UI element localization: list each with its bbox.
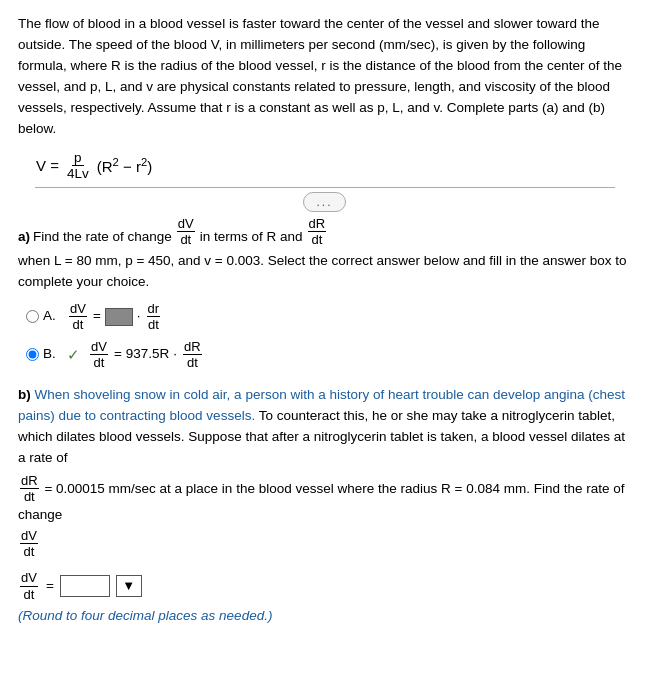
- option-b-dr-frac: dR dt: [183, 339, 202, 371]
- dv-denominator: dt: [179, 232, 192, 248]
- expand-button[interactable]: ...: [303, 192, 345, 212]
- dv-dt-label-frac: dV dt: [20, 528, 38, 560]
- dv-dt-label-line: dV dt: [18, 528, 631, 560]
- option-b-content: dV dt = 937.5R · dR dt: [88, 339, 204, 371]
- check-icon: ✓: [67, 343, 80, 366]
- dr-dt-rate-line: dR dt = 0.00015 mm/sec at a place in the…: [18, 473, 631, 526]
- separator: [18, 187, 631, 188]
- option-b-equals: =: [114, 344, 122, 365]
- formula-fraction: p 4Lv: [65, 150, 91, 181]
- answer-dv-frac: dV dt: [20, 570, 38, 602]
- part-a-text2: in terms of R and: [200, 227, 303, 248]
- intro-paragraph: The flow of blood in a blood vessel is f…: [18, 14, 631, 140]
- option-a-equals: =: [93, 306, 101, 327]
- option-b-dv-frac: dV dt: [90, 339, 108, 371]
- formula-denominator: 4Lv: [65, 166, 91, 181]
- formula-expression: (R2 − r2): [97, 156, 152, 175]
- round-note: (Round to four decimal places as needed.…: [18, 606, 631, 627]
- option-b-radio[interactable]: [26, 348, 39, 361]
- option-a-dv-frac: dV dt: [69, 301, 87, 333]
- option-b-row: B. ✓ dV dt = 937.5R · dR dt: [26, 339, 631, 371]
- part-b: b) When shoveling snow in cold air, a pe…: [18, 385, 631, 627]
- option-a-letter: A.: [43, 306, 61, 327]
- dropdown-arrow: ▼: [122, 576, 135, 596]
- option-b-radio-area[interactable]: B.: [26, 344, 61, 365]
- dr-dt-fraction: dR dt: [308, 216, 327, 248]
- option-b-letter: B.: [43, 344, 61, 365]
- formula-block: V = p 4Lv (R2 − r2): [36, 150, 631, 181]
- option-a-content: dV dt = · dr dt: [67, 301, 162, 333]
- part-a-label: a): [18, 227, 30, 248]
- option-a-row: A. dV dt = · dr dt: [26, 301, 631, 333]
- part-a-instruction: a) Find the rate of change dV dt in term…: [18, 216, 631, 293]
- formula-numerator: p: [72, 150, 84, 166]
- option-a-radio-area[interactable]: A.: [26, 306, 61, 327]
- dv-dt-fraction: dV dt: [177, 216, 195, 248]
- answer-options: A. dV dt = · dr dt B. ✓: [26, 301, 631, 371]
- option-a-dot: ·: [137, 306, 141, 327]
- option-a-fill-box[interactable]: [105, 308, 133, 326]
- part-b-label: b): [18, 387, 31, 402]
- part-a-text3: when L = 80 mm, p = 450, and v = 0.003. …: [18, 251, 631, 293]
- dv-dt-input[interactable]: [60, 575, 110, 597]
- unit-dropdown[interactable]: ▼: [116, 575, 142, 597]
- option-b-value: 937.5R: [126, 344, 170, 365]
- part-b-text-block: b) When shoveling snow in cold air, a pe…: [18, 385, 631, 469]
- option-b-dot: ·: [173, 344, 177, 365]
- part-a: a) Find the rate of change dV dt in term…: [18, 216, 631, 371]
- dv-numerator: dV: [177, 216, 195, 233]
- part-a-text1: Find the rate of change: [33, 227, 172, 248]
- dots-button-container[interactable]: ...: [18, 192, 631, 212]
- dr-dt-rate-value: = 0.00015 mm/sec at a place in the blood…: [18, 480, 624, 522]
- option-a-dr-frac: dr dt: [147, 301, 161, 333]
- answer-equals: =: [46, 576, 54, 597]
- dr-denominator: dt: [310, 232, 323, 248]
- dv-dt-answer-row: dV dt = ▼: [18, 570, 631, 602]
- dr-dt-rate-frac: dR dt: [20, 473, 39, 505]
- dr-numerator: dR: [308, 216, 327, 233]
- formula-v-equals: V =: [36, 157, 59, 174]
- option-a-radio[interactable]: [26, 310, 39, 323]
